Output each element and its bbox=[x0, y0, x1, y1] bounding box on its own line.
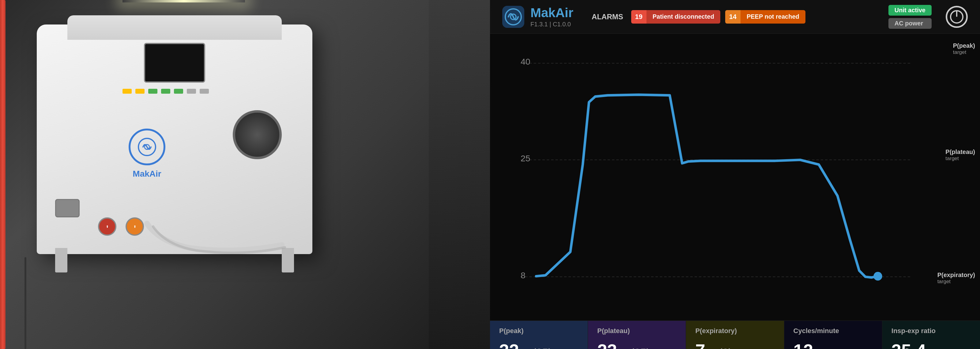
stand-left bbox=[55, 248, 67, 273]
metric-pexpiratory: P(expiratory) 7 → (8) cmH2O bbox=[686, 321, 784, 349]
brand-version: F1.3.1 | C1.0.0 bbox=[530, 21, 573, 28]
metric-ppeak-title: P(peak) bbox=[499, 327, 579, 335]
power-cable bbox=[24, 257, 26, 349]
alarm-2-text: PEEP not reached bbox=[740, 10, 805, 24]
metric-cycles-main: 12 bbox=[794, 342, 813, 349]
metric-cycles-values: 12 bbox=[794, 342, 873, 349]
machine-screen bbox=[144, 43, 205, 82]
metric-pexpiratory-target: (8) bbox=[719, 347, 732, 349]
ventilator-photo: MakAir ⬆ ⬆ bbox=[0, 0, 490, 349]
chart-area: P(peak) target P(plateau) target P(expir… bbox=[490, 34, 980, 320]
btn-3 bbox=[148, 89, 158, 94]
status-right: Unit active AC power bbox=[888, 5, 968, 29]
alarms-section: ALARMS 19 Patient disconnected 14 PEEP n… bbox=[592, 10, 888, 24]
brand-logo-svg bbox=[502, 6, 524, 28]
alarm-badge-2[interactable]: 14 PEEP not reached bbox=[725, 10, 805, 24]
machine-buttons bbox=[123, 89, 209, 94]
machine-top bbox=[67, 15, 282, 40]
metric-insp-exp: Insp-exp ratio 35.4 % percent bbox=[882, 321, 980, 349]
btn-4 bbox=[161, 89, 170, 94]
fan-grill bbox=[55, 199, 80, 217]
metric-pplateau-title: P(plateau) bbox=[597, 327, 676, 335]
metric-pexpiratory-title: P(expiratory) bbox=[695, 327, 775, 335]
metric-ppeak-target: (35) bbox=[533, 347, 552, 349]
wall-partition bbox=[429, 0, 490, 349]
metric-pplateau-target: (25) bbox=[630, 347, 650, 349]
metric-insp-exp-values: 35.4 bbox=[891, 342, 971, 349]
ceiling-light bbox=[123, 0, 245, 2]
metric-pexpiratory-values: 7 → (8) bbox=[695, 342, 775, 349]
metric-pplateau-values: 23 → (25) bbox=[597, 342, 676, 349]
red-pipe bbox=[0, 0, 5, 349]
alarm-1-text: Patient disconnected bbox=[646, 10, 720, 24]
pressure-chart: 40 25 8 bbox=[520, 40, 956, 314]
port-1: ⬆ bbox=[98, 217, 116, 236]
btn-6 bbox=[187, 89, 196, 94]
btn-1 bbox=[123, 89, 132, 94]
metrics-row: P(peak) 32 → (35) cmH2O P(plateau) 23 → … bbox=[490, 320, 980, 349]
metric-ppeak-values: 32 → (35) bbox=[499, 342, 579, 349]
machine-logo-area: MakAir bbox=[129, 128, 165, 179]
metric-insp-exp-main: 35.4 bbox=[891, 342, 926, 349]
machine-logo-svg bbox=[136, 136, 158, 158]
hose-svg bbox=[129, 217, 312, 254]
metric-cycles: Cycles/minute 12 /minute bbox=[784, 321, 882, 349]
power-button[interactable] bbox=[946, 6, 968, 28]
btn-2 bbox=[135, 89, 145, 94]
btn-7 bbox=[200, 89, 209, 94]
machine-body: MakAir ⬆ ⬆ bbox=[37, 24, 312, 254]
metric-cycles-title: Cycles/minute bbox=[794, 327, 873, 335]
metric-pplateau-main: 23 bbox=[597, 342, 617, 349]
y-label-pexpiratory: P(expiratory) target bbox=[937, 271, 975, 285]
y-label-ppeak: P(peak) target bbox=[953, 42, 975, 56]
alarm-2-number: 14 bbox=[725, 10, 740, 24]
y-label-pplateau: P(plateau) target bbox=[945, 149, 975, 162]
brand-name: MakAir bbox=[530, 5, 573, 20]
svg-text:40: 40 bbox=[520, 57, 530, 67]
metric-ppeak: P(peak) 32 → (35) cmH2O bbox=[490, 321, 588, 349]
metric-insp-exp-title: Insp-exp ratio bbox=[891, 327, 971, 335]
metric-ppeak-main: 32 bbox=[499, 342, 519, 349]
metric-pexpiratory-main: 7 bbox=[695, 342, 705, 349]
alarm-badge-1[interactable]: 19 Patient disconnected bbox=[631, 10, 720, 24]
machine-round-vent bbox=[233, 110, 282, 159]
end-dot bbox=[873, 272, 882, 281]
brand-info: MakAir F1.3.1 | C1.0.0 bbox=[530, 5, 573, 28]
svg-text:25: 25 bbox=[520, 153, 530, 163]
header: MakAir F1.3.1 | C1.0.0 ALARMS 19 Patient… bbox=[490, 0, 980, 34]
svg-text:8: 8 bbox=[520, 270, 525, 280]
ac-power-badge: AC power bbox=[888, 18, 932, 29]
unit-active-badge: Unit active bbox=[888, 5, 932, 16]
btn-5 bbox=[174, 89, 183, 94]
power-icon bbox=[950, 10, 964, 24]
machine-logo-circle bbox=[129, 128, 165, 165]
alarm-1-number: 19 bbox=[631, 10, 646, 24]
machine-brand-label: MakAir bbox=[133, 169, 161, 179]
monitor-panel: MakAir F1.3.1 | C1.0.0 ALARMS 19 Patient… bbox=[490, 0, 980, 349]
alarms-label: ALARMS bbox=[592, 13, 623, 21]
metric-pplateau: P(plateau) 23 → (25) cmH2O bbox=[588, 321, 686, 349]
